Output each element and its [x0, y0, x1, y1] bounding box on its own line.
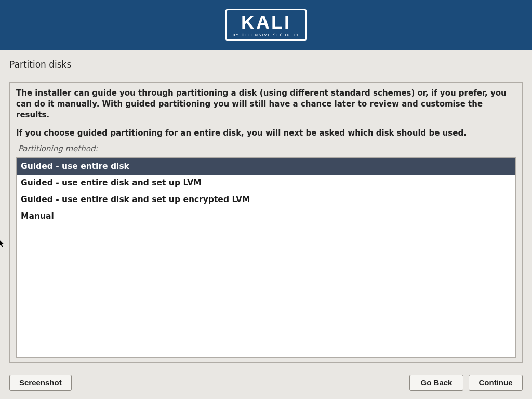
partitioning-method-listbox[interactable]: Guided - use entire disk Guided - use en…	[16, 157, 516, 358]
page-title: Partition disks	[9, 59, 523, 70]
content-area: Partition disks The installer can guide …	[0, 50, 532, 363]
footer-nav: Go Back Continue	[409, 375, 523, 391]
option-manual[interactable]: Manual	[17, 208, 515, 224]
logo-subtitle: BY OFFENSIVE SECURITY	[233, 33, 299, 37]
header-banner: KALI BY OFFENSIVE SECURITY	[0, 0, 532, 50]
description-text-2: If you choose guided partitioning for an…	[16, 128, 516, 139]
partitioning-method-label: Partitioning method:	[18, 144, 516, 153]
continue-button[interactable]: Continue	[469, 375, 523, 391]
logo-text: KALI	[233, 14, 299, 32]
screenshot-button[interactable]: Screenshot	[9, 375, 72, 391]
go-back-button[interactable]: Go Back	[409, 375, 463, 391]
main-panel: The installer can guide you through part…	[9, 82, 523, 363]
footer-bar: Screenshot Go Back Continue	[0, 366, 532, 399]
option-guided-lvm[interactable]: Guided - use entire disk and set up LVM	[17, 175, 515, 191]
option-guided-entire-disk[interactable]: Guided - use entire disk	[17, 158, 515, 175]
description-text-1: The installer can guide you through part…	[16, 88, 516, 121]
kali-logo: KALI BY OFFENSIVE SECURITY	[225, 9, 307, 41]
option-guided-encrypted-lvm[interactable]: Guided - use entire disk and set up encr…	[17, 191, 515, 208]
